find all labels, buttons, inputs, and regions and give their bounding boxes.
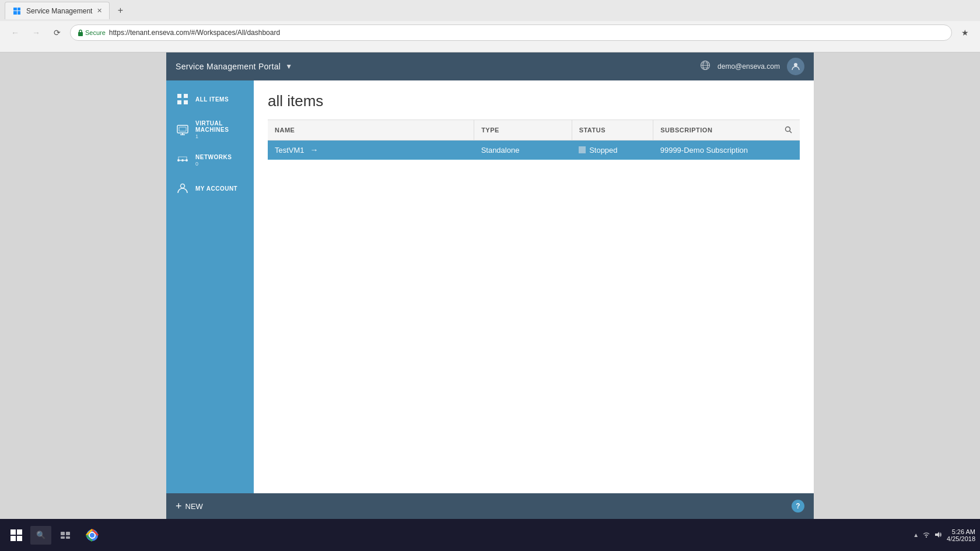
vm-count: 1 xyxy=(195,134,244,139)
browser-actions: ★ xyxy=(957,24,973,41)
forward-button[interactable]: → xyxy=(28,24,44,41)
help-label: ? xyxy=(796,502,800,510)
start-button[interactable] xyxy=(5,524,28,547)
column-header-subscription: SUBSCRIPTION xyxy=(653,120,800,141)
vm-content: VIRTUAL MACHINES 1 xyxy=(195,120,244,139)
taskbar-pinned-apps xyxy=(79,522,105,548)
network-icon xyxy=(176,153,190,167)
svg-rect-8 xyxy=(184,94,188,98)
my-account-label: MY ACCOUNT xyxy=(195,185,237,192)
vm-icon xyxy=(176,123,190,137)
svg-rect-25 xyxy=(61,536,65,539)
secure-label: Secure xyxy=(85,29,106,36)
volume-icon xyxy=(934,531,942,539)
vm-label: VIRTUAL MACHINES xyxy=(195,120,244,133)
taskbar-system-icons: ▲ xyxy=(913,531,942,539)
taskbar-chrome-app[interactable] xyxy=(79,522,105,548)
row-type-cell: Standalone xyxy=(474,141,572,160)
svg-point-20 xyxy=(181,184,185,188)
svg-marker-30 xyxy=(935,532,939,538)
sidebar-item-networks[interactable]: NETWORKS 0 xyxy=(166,146,254,174)
main-content: all items NAME TYPE STATUS SUBSCRIPTION xyxy=(254,80,814,519)
taskbar-time-display: 5:26 AM xyxy=(952,528,975,535)
table-header-row: NAME TYPE STATUS SUBSCRIPTION xyxy=(268,120,800,141)
svg-line-22 xyxy=(790,131,792,134)
svg-rect-10 xyxy=(184,100,188,104)
taskbar-up-arrow: ▲ xyxy=(913,532,919,538)
grid-icon xyxy=(176,92,190,106)
svg-point-6 xyxy=(794,63,797,66)
app-navbar: Service Management Portal ▼ demo@enseva.… xyxy=(166,52,814,80)
sidebar-item-my-account[interactable]: MY ACCOUNT xyxy=(166,174,254,202)
my-account-content: MY ACCOUNT xyxy=(195,185,237,192)
all-items-label: ALL ITEMS xyxy=(195,96,229,103)
tab-close-button[interactable]: ✕ xyxy=(97,7,102,15)
taskbar: 🔍 ▲ xyxy=(0,519,980,551)
sidebar-item-all-items[interactable]: ALL ITEMS xyxy=(166,85,254,113)
all-items-content: ALL ITEMS xyxy=(195,96,229,103)
svg-rect-0 xyxy=(78,32,83,36)
plus-icon: + xyxy=(176,500,182,513)
tab-title: Service Management xyxy=(26,7,92,15)
windows-logo xyxy=(10,529,22,541)
user-avatar[interactable] xyxy=(787,58,804,75)
networks-label: NETWORKS xyxy=(195,154,232,160)
browser-chrome: Service Management ✕ + ← → ⟳ Secure http… xyxy=(0,0,980,52)
row-arrow-icon: → xyxy=(310,145,318,155)
back-button[interactable]: ← xyxy=(7,24,23,41)
tab-favicon xyxy=(12,6,22,16)
network-status-icon xyxy=(922,531,930,539)
data-table: NAME TYPE STATUS SUBSCRIPTION xyxy=(268,120,800,160)
url-text: https://tenant.enseva.com/#/Workspaces/A… xyxy=(109,29,280,37)
new-button[interactable]: + NEW xyxy=(176,500,203,513)
svg-rect-26 xyxy=(66,536,70,539)
reload-button[interactable]: ⟳ xyxy=(49,24,65,41)
navbar-right: demo@enseva.com xyxy=(700,58,804,75)
svg-rect-12 xyxy=(179,127,186,131)
new-label: NEW xyxy=(186,502,203,511)
vm-name: TestVM1 xyxy=(275,146,304,155)
table-row[interactable]: TestVM1 → Standalone Stopped 99999-Demo … xyxy=(268,141,800,160)
help-button[interactable]: ? xyxy=(792,500,804,513)
status-indicator xyxy=(579,146,586,153)
sidebar-item-virtual-machines[interactable]: VIRTUAL MACHINES 1 xyxy=(166,113,254,146)
task-view-button[interactable] xyxy=(54,524,77,547)
bookmark-button[interactable]: ★ xyxy=(957,24,973,41)
row-subscription-cell: 99999-Demo Subscription xyxy=(653,141,800,160)
app-container: Service Management Portal ▼ demo@enseva.… xyxy=(166,52,814,519)
sidebar: ALL ITEMS VIRTUAL MACHINES 1 xyxy=(166,80,254,519)
networks-content: NETWORKS 0 xyxy=(195,154,232,167)
status-label: Stopped xyxy=(589,146,617,155)
taskbar-search-icon: 🔍 xyxy=(36,531,46,539)
svg-rect-9 xyxy=(177,100,181,104)
column-header-status: STATUS xyxy=(572,120,653,141)
bottom-bar: + NEW ? xyxy=(166,493,814,519)
taskbar-clock: 5:26 AM 4/25/2018 xyxy=(947,528,975,542)
svg-rect-23 xyxy=(61,532,65,535)
tab-bar: Service Management ✕ + xyxy=(0,0,980,21)
person-icon xyxy=(176,181,190,195)
app-body: ALL ITEMS VIRTUAL MACHINES 1 xyxy=(166,80,814,519)
row-name-cell: TestVM1 → xyxy=(268,141,474,160)
column-header-type: TYPE xyxy=(474,120,572,141)
active-tab[interactable]: Service Management ✕ xyxy=(5,2,110,19)
row-status-cell: Stopped xyxy=(572,141,653,160)
globe-icon xyxy=(700,60,710,73)
taskbar-right: ▲ 5:26 AM 4/25/2018 xyxy=(913,528,975,542)
networks-count: 0 xyxy=(195,161,232,167)
svg-point-17 xyxy=(181,159,184,162)
app-title: Service Management Portal xyxy=(176,62,281,71)
svg-rect-24 xyxy=(66,532,70,535)
new-tab-button[interactable]: + xyxy=(112,2,128,19)
address-bar[interactable]: Secure https://tenant.enseva.com/#/Works… xyxy=(70,24,952,41)
column-header-name: NAME xyxy=(268,120,474,141)
page-title: all items xyxy=(254,80,814,120)
svg-point-21 xyxy=(786,127,790,132)
svg-point-29 xyxy=(90,533,94,538)
subscription-label: SUBSCRIPTION xyxy=(660,127,712,134)
navbar-dropdown-button[interactable]: ▼ xyxy=(285,62,292,71)
taskbar-search[interactable]: 🔍 xyxy=(30,526,51,545)
secure-badge: Secure xyxy=(78,29,106,36)
svg-rect-7 xyxy=(177,94,181,98)
search-icon[interactable] xyxy=(785,126,793,134)
